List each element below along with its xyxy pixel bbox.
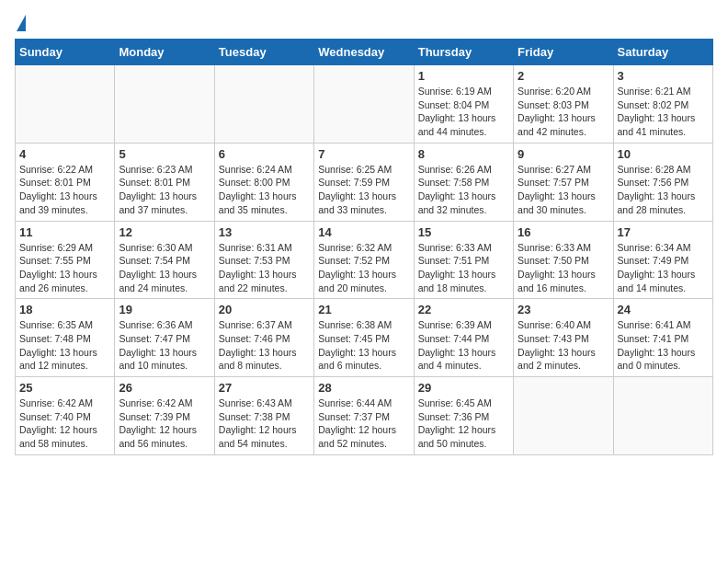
day-number: 11 [19,225,110,239]
day-number: 7 [318,147,409,161]
calendar-day-cell: 23Sunrise: 6:40 AMSunset: 7:43 PMDayligh… [514,299,613,377]
day-number: 6 [219,147,310,161]
calendar-day-cell [214,65,313,144]
day-number: 18 [19,303,110,316]
day-info: Sunrise: 6:42 AMSunset: 7:40 PMDaylight:… [19,396,110,451]
day-info: Sunrise: 6:20 AMSunset: 8:03 PMDaylight:… [518,85,609,139]
day-header-saturday: Saturday [613,40,712,65]
calendar-week-row: 18Sunrise: 6:35 AMSunset: 7:48 PMDayligh… [16,299,713,377]
day-info: Sunrise: 6:44 AMSunset: 7:37 PMDaylight:… [318,396,409,451]
calendar-day-cell: 26Sunrise: 6:42 AMSunset: 7:39 PMDayligh… [115,377,214,455]
calendar-day-cell: 14Sunrise: 6:32 AMSunset: 7:52 PMDayligh… [314,221,414,299]
day-number: 12 [119,225,210,239]
day-number: 4 [19,147,110,161]
logo-triangle-icon [17,15,26,31]
calendar-day-cell: 6Sunrise: 6:24 AMSunset: 8:00 PMDaylight… [214,143,313,221]
day-info: Sunrise: 6:33 AMSunset: 7:50 PMDaylight:… [518,241,609,295]
day-number: 22 [418,303,509,316]
calendar-day-cell [314,65,414,144]
day-number: 2 [518,69,609,83]
day-number: 24 [618,303,709,316]
calendar-day-cell: 4Sunrise: 6:22 AMSunset: 8:01 PMDaylight… [16,143,115,221]
calendar-day-cell: 29Sunrise: 6:45 AMSunset: 7:36 PMDayligh… [414,377,513,455]
calendar-day-cell: 21Sunrise: 6:38 AMSunset: 7:45 PMDayligh… [314,299,414,377]
day-info: Sunrise: 6:43 AMSunset: 7:38 PMDaylight:… [219,396,310,451]
calendar-table: SundayMondayTuesdayWednesdayThursdayFrid… [15,39,713,455]
day-number: 15 [418,225,509,239]
calendar-header-row: SundayMondayTuesdayWednesdayThursdayFrid… [16,40,713,65]
calendar-day-cell: 9Sunrise: 6:27 AMSunset: 7:57 PMDaylight… [514,143,613,221]
day-number: 14 [318,225,409,239]
day-info: Sunrise: 6:19 AMSunset: 8:04 PMDaylight:… [418,85,509,139]
logo [15,15,26,31]
day-number: 20 [219,303,310,316]
day-info: Sunrise: 6:41 AMSunset: 7:41 PMDaylight:… [618,318,709,373]
day-header-monday: Monday [115,40,214,65]
day-info: Sunrise: 6:25 AMSunset: 7:59 PMDaylight:… [318,163,409,217]
day-info: Sunrise: 6:23 AMSunset: 8:01 PMDaylight:… [119,163,210,217]
day-number: 13 [219,225,310,239]
day-header-wednesday: Wednesday [314,40,414,65]
day-info: Sunrise: 6:30 AMSunset: 7:54 PMDaylight:… [119,241,210,295]
day-info: Sunrise: 6:36 AMSunset: 7:47 PMDaylight:… [119,318,210,373]
header [15,15,713,31]
calendar-day-cell: 27Sunrise: 6:43 AMSunset: 7:38 PMDayligh… [214,377,313,455]
day-number: 27 [219,381,310,395]
calendar-day-cell: 16Sunrise: 6:33 AMSunset: 7:50 PMDayligh… [514,221,613,299]
day-header-thursday: Thursday [414,40,513,65]
calendar-day-cell: 17Sunrise: 6:34 AMSunset: 7:49 PMDayligh… [613,221,712,299]
day-info: Sunrise: 6:34 AMSunset: 7:49 PMDaylight:… [618,241,709,295]
calendar-day-cell: 24Sunrise: 6:41 AMSunset: 7:41 PMDayligh… [613,299,712,377]
calendar-day-cell: 28Sunrise: 6:44 AMSunset: 7:37 PMDayligh… [314,377,414,455]
calendar-day-cell: 8Sunrise: 6:26 AMSunset: 7:58 PMDaylight… [414,143,513,221]
calendar-week-row: 25Sunrise: 6:42 AMSunset: 7:40 PMDayligh… [16,377,713,455]
day-info: Sunrise: 6:42 AMSunset: 7:39 PMDaylight:… [119,396,210,451]
day-number: 25 [19,381,110,395]
calendar-day-cell [115,65,214,144]
day-header-sunday: Sunday [16,40,115,65]
day-number: 26 [119,381,210,395]
day-info: Sunrise: 6:32 AMSunset: 7:52 PMDaylight:… [318,241,409,295]
day-info: Sunrise: 6:28 AMSunset: 7:56 PMDaylight:… [618,163,709,217]
day-info: Sunrise: 6:39 AMSunset: 7:44 PMDaylight:… [418,318,509,373]
calendar-day-cell: 7Sunrise: 6:25 AMSunset: 7:59 PMDaylight… [314,143,414,221]
calendar-day-cell: 25Sunrise: 6:42 AMSunset: 7:40 PMDayligh… [16,377,115,455]
day-info: Sunrise: 6:33 AMSunset: 7:51 PMDaylight:… [418,241,509,295]
day-info: Sunrise: 6:35 AMSunset: 7:48 PMDaylight:… [19,318,110,373]
day-info: Sunrise: 6:29 AMSunset: 7:55 PMDaylight:… [19,241,110,295]
calendar-day-cell: 15Sunrise: 6:33 AMSunset: 7:51 PMDayligh… [414,221,513,299]
calendar-day-cell [613,377,712,455]
calendar-day-cell: 1Sunrise: 6:19 AMSunset: 8:04 PMDaylight… [414,65,513,144]
day-header-tuesday: Tuesday [214,40,313,65]
day-info: Sunrise: 6:37 AMSunset: 7:46 PMDaylight:… [219,318,310,373]
calendar-day-cell: 2Sunrise: 6:20 AMSunset: 8:03 PMDaylight… [514,65,613,144]
day-number: 9 [518,147,609,161]
day-number: 3 [618,69,709,83]
calendar-day-cell: 10Sunrise: 6:28 AMSunset: 7:56 PMDayligh… [613,143,712,221]
day-number: 19 [119,303,210,316]
calendar-day-cell [16,65,115,144]
calendar-day-cell: 5Sunrise: 6:23 AMSunset: 8:01 PMDaylight… [115,143,214,221]
calendar-week-row: 1Sunrise: 6:19 AMSunset: 8:04 PMDaylight… [16,65,713,144]
day-number: 23 [518,303,609,316]
calendar-day-cell: 18Sunrise: 6:35 AMSunset: 7:48 PMDayligh… [16,299,115,377]
day-number: 29 [418,381,509,395]
calendar-day-cell: 12Sunrise: 6:30 AMSunset: 7:54 PMDayligh… [115,221,214,299]
day-info: Sunrise: 6:45 AMSunset: 7:36 PMDaylight:… [418,396,509,451]
day-number: 16 [518,225,609,239]
calendar-week-row: 11Sunrise: 6:29 AMSunset: 7:55 PMDayligh… [16,221,713,299]
calendar-day-cell: 19Sunrise: 6:36 AMSunset: 7:47 PMDayligh… [115,299,214,377]
day-info: Sunrise: 6:26 AMSunset: 7:58 PMDaylight:… [418,163,509,217]
day-header-friday: Friday [514,40,613,65]
day-number: 10 [618,147,709,161]
calendar-day-cell [514,377,613,455]
calendar-day-cell: 3Sunrise: 6:21 AMSunset: 8:02 PMDaylight… [613,65,712,144]
day-number: 28 [318,381,409,395]
day-info: Sunrise: 6:40 AMSunset: 7:43 PMDaylight:… [518,318,609,373]
day-number: 5 [119,147,210,161]
day-number: 8 [418,147,509,161]
day-info: Sunrise: 6:31 AMSunset: 7:53 PMDaylight:… [219,241,310,295]
calendar-day-cell: 11Sunrise: 6:29 AMSunset: 7:55 PMDayligh… [16,221,115,299]
day-number: 21 [318,303,409,316]
day-info: Sunrise: 6:21 AMSunset: 8:02 PMDaylight:… [618,85,709,139]
